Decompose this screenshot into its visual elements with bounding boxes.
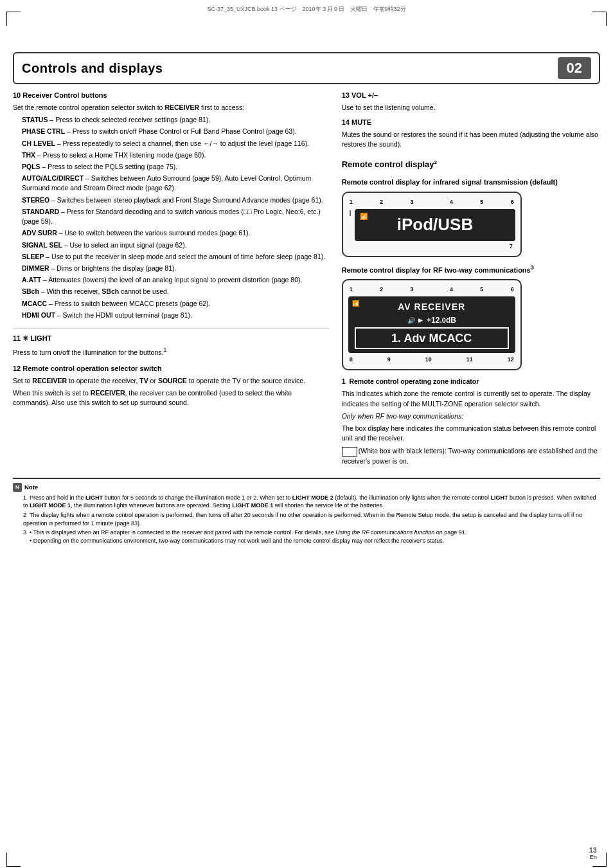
section12-text2: When this switch is set to RECEIVER, the… [13,388,329,408]
display1-text: iPod/USB [397,213,473,237]
section14-text: Mutes the sound or restores the sound if… [342,130,600,149]
section14-heading: 14 MUTE [342,118,600,128]
tv-bold: TV [139,377,148,384]
display2-numbers-bottom: 8 9 10 11 12 [348,356,515,364]
sbch-item: SBch – With this receiver, SBch cannot b… [22,287,329,296]
thx-item: THX – Press to select a Home THX listeni… [22,150,329,160]
section12-text1: Set to RECEIVER to operate the receiver,… [13,376,329,386]
crop-mark-tr [592,12,607,26]
autoalc-item: AUTO/ALC/DIRECT – Switches between Auto … [22,174,329,193]
phasectrl-term: PHASE CTRL [22,127,65,135]
display2-screen: 📶 AV RECEIVER 🔊 ► +12.0dB 1. Adv MCACC [348,296,515,353]
hdmiout-term: HDMI OUT [22,311,55,319]
section12: 12 Remote control operation selector swi… [13,364,329,408]
notes-section: N Note 1 Press and hold in the LIGHT but… [13,478,600,545]
file-info: SC-37_35_UXJCB.book 13 ページ 2010年３月９日 火曜日… [0,5,613,14]
stereo-term: STEREO [22,196,49,204]
page-footer: 13 En [589,846,597,860]
header-bar: Controls and displays 02 [13,52,600,84]
note-icon: N [13,483,22,492]
note2: 2 The display lights when a remote contr… [23,511,600,527]
white-box-icon [342,447,357,457]
display2-numbers-top: 1 2 3 4 5 6 [348,285,515,294]
desc1-text: This indicates which zone the remote con… [342,389,600,408]
section11: 11 ✳ LIGHT Press to turn on/off the illu… [13,328,329,357]
signalsel-item: SIGNAL SEL – Use to select an input sign… [22,240,329,250]
signalsel-term: SIGNAL SEL [22,241,62,249]
note3: 3 • This is displayed when an RF adapter… [23,529,600,545]
desc1-text2: The box display here indicates the commu… [342,424,600,443]
chlevel-item: CH LEVEL – Press repeatedly to select a … [22,139,329,149]
aatt-item: A.ATT – Attenuates (lowers) the level of… [22,275,329,285]
sbch-term: SBch [22,287,39,295]
desc1-box-note: (White box with black letters): Two-way … [342,446,600,466]
left-column: 10 Receiver Control buttons Set the remo… [13,91,329,469]
page-title: Controls and displays [22,61,163,76]
receiver-bold2: RECEIVER [91,389,125,397]
section12-heading: 12 Remote control operation selector swi… [13,364,329,374]
display2-line3: 1. Adv MCACC [355,327,509,349]
status-term: STATUS [22,116,48,123]
phasectrl-item: PHASE CTRL – Press to switch on/off Phas… [22,127,329,136]
pqls-term: PQLS [22,163,40,170]
section11-heading: 11 ✳ LIGHT [13,334,329,344]
display2-line2: 🔊 ► +12.0dB [355,315,509,326]
chapter-badge: 02 [558,57,591,79]
standard-item: STANDARD – Press for Standard decoding a… [22,207,329,226]
desc1-section: 1 Remote control operating zone indicato… [342,377,600,466]
section10-heading: 10 Receiver Control buttons [13,91,329,101]
receiver-bold: RECEIVER [32,377,67,384]
display2-heading: Remote control display for RF two-way co… [342,264,600,276]
stereo-item: STEREO – Switches between stereo playbac… [22,195,329,205]
hdmiout-item: HDMI OUT – Switch the HDMI output termin… [22,311,329,320]
source-bold: SOURCE [158,377,187,384]
section13-text: Use to set the listening volume. [342,103,600,113]
dimmer-term: DIMMER [22,264,49,272]
page-lang: En [589,854,597,860]
display1-heading: Remote control display for infrared sign… [342,177,600,188]
sleep-term: SLEEP [22,253,44,260]
display2-diagram: 1 2 3 4 5 6 📶 AV RECEIVER 🔊 ► +12.0dB 1.… [342,279,522,370]
thx-term: THX [22,151,35,159]
page: SC-37_35_UXJCB.book 13 ページ 2010年３月９日 火曜日… [0,5,613,868]
display2-line1: AV RECEIVER [355,300,509,313]
section11-text: Press to turn on/off the illumination fo… [13,346,329,357]
aatt-term: A.ATT [22,276,41,284]
advsurr-item: ADV SURR – Use to switch between the var… [22,228,329,238]
desc1-heading: 1 Remote control operating zone indicato… [342,377,600,386]
mcacc-term: MCACC [22,300,47,307]
display1-screen: 📶 iPod/USB [355,209,515,241]
section13-heading: 13 VOL +/– [342,91,600,101]
note1: 1 Press and hold in the LIGHT button for… [23,494,600,510]
receiver-label: RECEIVER [164,104,199,111]
display1-screen-area: | 📶 iPod/USB [348,209,515,241]
mcacc-item: MCACC – Press to switch between MCACC pr… [22,299,329,309]
display1-numbers-top: 1 2 3 4 5 6 [348,198,515,206]
crop-mark-bl [6,853,21,867]
display1-num7: 7 [348,242,515,251]
right-column: 13 VOL +/– Use to set the listening volu… [342,91,600,469]
display-section-heading: Remote control display2 [342,159,600,171]
status-item: STATUS – Press to check selected receive… [22,115,329,125]
standard-term: STANDARD [22,208,59,215]
sleep-item: SLEEP – Use to put the receiver in sleep… [22,252,329,262]
display1-diagram: 1 2 3 4 5 6 | 📶 iPod/USB 7 [342,192,522,257]
autoalc-term: AUTO/ALC/DIRECT [22,174,84,182]
note-label: N Note [13,483,600,492]
chlevel-term: CH LEVEL [22,140,55,147]
pqls-item: PQLS – Press to select the PQLS setting … [22,162,329,172]
desc1-italic: Only when RF two-way communications: [342,411,600,421]
main-content: 10 Receiver Control buttons Set the remo… [13,91,600,469]
section10-intro: Set the remote control operation selecto… [13,103,329,113]
page-number: 13 [589,846,597,854]
advsurr-term: ADV SURR [22,229,57,237]
crop-mark-tl [6,12,21,26]
note-text: Note [24,483,38,491]
dimmer-item: DIMMER – Dims or brightens the display (… [22,264,329,273]
